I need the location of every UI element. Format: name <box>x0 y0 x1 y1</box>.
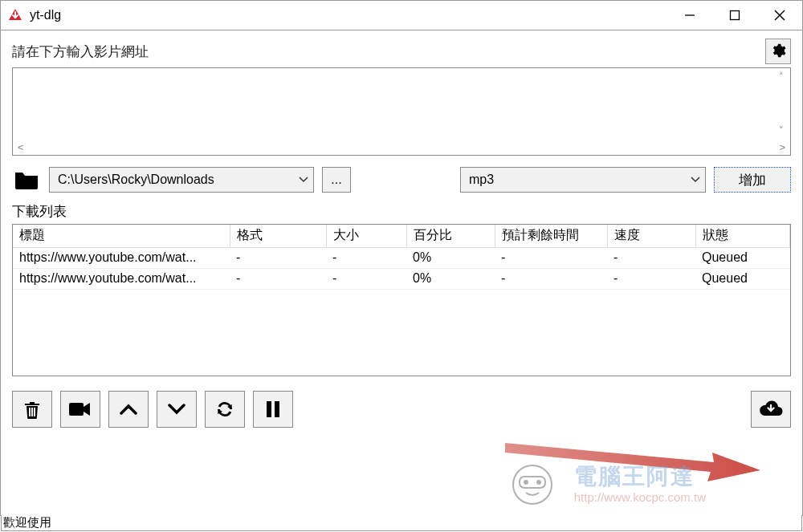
statusbar: 歡迎使用 <box>1 515 802 531</box>
cell-size: - <box>326 268 406 289</box>
download-list-label: 下載列表 <box>12 202 791 221</box>
vertical-scrollbar[interactable]: ˄ ˅ <box>772 68 790 139</box>
maximize-button[interactable] <box>712 1 757 30</box>
close-button[interactable] <box>757 1 802 30</box>
titlebar: yt-dlg <box>0 0 803 30</box>
download-button[interactable] <box>751 391 791 428</box>
svg-rect-9 <box>275 401 279 417</box>
chevron-up-icon <box>120 404 137 415</box>
svg-rect-8 <box>267 401 271 417</box>
url-input[interactable] <box>13 68 772 139</box>
cell-title: https://www.youtube.com/wat... <box>13 268 230 289</box>
scroll-right-icon: > <box>779 141 785 153</box>
play-button[interactable] <box>60 391 100 428</box>
svg-point-14 <box>536 480 541 485</box>
col-percent[interactable]: 百分比 <box>406 225 495 247</box>
svg-rect-6 <box>34 408 35 416</box>
cell-percent: 0% <box>406 247 495 268</box>
reload-button[interactable] <box>205 391 245 428</box>
svg-rect-4 <box>29 408 31 416</box>
download-path-value: C:\Users\Rocky\Downloads <box>58 173 291 187</box>
cell-ext: - <box>230 247 326 268</box>
format-select[interactable]: mp3 <box>460 167 706 193</box>
add-button[interactable]: 增加 <box>714 167 791 193</box>
cell-title: https://www.youtube.com/wat... <box>13 247 230 268</box>
url-input-label: 請在下方輸入影片網址 <box>12 43 149 61</box>
video-icon <box>69 401 92 417</box>
chevron-down-icon <box>291 174 308 185</box>
bottom-toolbar <box>12 391 791 428</box>
pause-icon <box>266 400 280 418</box>
settings-button[interactable] <box>765 39 791 64</box>
cell-speed: - <box>607 268 695 289</box>
move-up-button[interactable] <box>108 391 149 428</box>
col-title[interactable]: 標題 <box>13 225 230 247</box>
minimize-button[interactable] <box>667 1 712 30</box>
svg-point-13 <box>524 480 528 485</box>
chevron-down-icon <box>683 174 700 185</box>
reload-icon <box>214 399 235 420</box>
svg-point-11 <box>513 465 552 504</box>
table-row[interactable]: https://www.youtube.com/wat... - - 0% - … <box>13 268 790 289</box>
table-row[interactable]: https://www.youtube.com/wat... - - 0% - … <box>13 247 790 268</box>
svg-rect-12 <box>520 477 545 488</box>
watermark-url: http://www.kocpc.com.tw <box>574 490 706 504</box>
cell-ext: - <box>230 268 326 289</box>
delete-button[interactable] <box>12 391 52 428</box>
scroll-down-icon: ˅ <box>779 125 784 136</box>
pause-button[interactable] <box>253 391 293 428</box>
move-down-button[interactable] <box>157 391 197 428</box>
col-ext[interactable]: 格式 <box>230 225 326 247</box>
browse-button-label: ... <box>331 173 341 187</box>
app-icon <box>7 7 23 23</box>
trash-icon <box>22 399 42 420</box>
cell-eta: - <box>495 268 607 289</box>
scroll-up-icon: ˄ <box>779 71 784 82</box>
svg-rect-5 <box>31 408 33 416</box>
svg-rect-1 <box>731 11 740 20</box>
watermark-avatar <box>512 464 553 506</box>
folder-icon <box>12 168 41 192</box>
watermark: 電腦王阿達 http://www.kocpc.com.tw <box>574 461 706 504</box>
watermark-text: 電腦王阿達 <box>574 461 706 492</box>
format-value: mp3 <box>469 173 683 187</box>
cell-speed: - <box>607 247 695 268</box>
status-text: 歡迎使用 <box>3 515 51 530</box>
window-title: yt-dlg <box>30 8 61 22</box>
cell-eta: - <box>495 247 607 268</box>
svg-rect-7 <box>69 403 84 416</box>
cell-size: - <box>326 247 406 268</box>
table-header-row: 標題 格式 大小 百分比 預計剩餘時間 速度 狀態 <box>13 225 790 247</box>
cell-status: Queued <box>695 247 790 268</box>
col-speed[interactable]: 速度 <box>607 225 695 247</box>
horizontal-scrollbar[interactable]: < > <box>13 139 790 155</box>
col-size[interactable]: 大小 <box>326 225 406 247</box>
col-eta[interactable]: 預計剩餘時間 <box>495 225 607 247</box>
cell-percent: 0% <box>406 268 495 289</box>
url-input-container: ˄ ˅ < > <box>12 67 791 156</box>
add-button-label: 增加 <box>739 171 766 189</box>
browse-button[interactable]: ... <box>322 167 351 193</box>
col-status[interactable]: 狀態 <box>695 225 790 247</box>
svg-marker-10 <box>505 443 760 481</box>
gear-icon <box>770 43 786 61</box>
chevron-down-icon <box>168 404 185 415</box>
content-area: 請在下方輸入影片網址 ˄ ˅ < > <box>0 30 803 516</box>
download-table[interactable]: 標題 格式 大小 百分比 預計剩餘時間 速度 狀態 https://www.yo… <box>12 224 791 376</box>
scroll-left-icon: < <box>18 141 24 153</box>
cell-status: Queued <box>695 268 790 289</box>
annotation-arrow <box>505 428 762 485</box>
download-path-select[interactable]: C:\Users\Rocky\Downloads <box>49 167 314 193</box>
window-controls <box>667 1 802 30</box>
cloud-download-icon <box>758 399 784 420</box>
